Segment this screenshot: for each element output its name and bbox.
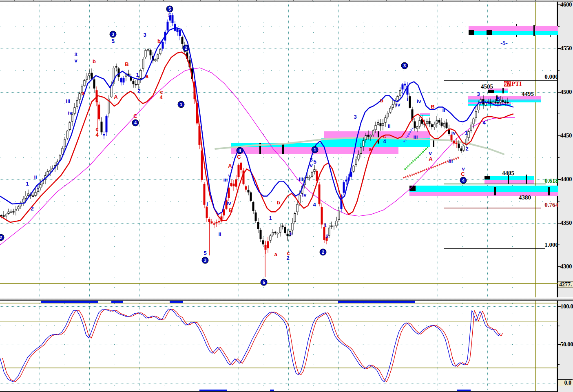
svg-text:1: 1 [314, 147, 316, 152]
svg-text:1.000: 1.000 [544, 241, 558, 248]
wave-label: 5 [313, 159, 316, 165]
wave-label: a [81, 90, 84, 96]
wave-label: 4 [159, 94, 163, 100]
wave-label: ii [290, 230, 292, 237]
svg-text:2: 2 [0, 235, 2, 240]
wave-label: C [461, 171, 465, 177]
wave-label: 4 [313, 202, 316, 208]
wave-label: 4 [482, 120, 486, 126]
wave-label: 2 [137, 88, 140, 94]
svg-text:3: 3 [204, 258, 206, 263]
svg-text:4495: 4495 [522, 91, 534, 97]
wave-label: 1 [136, 72, 139, 78]
wave-label: 1 [269, 215, 272, 221]
wave-label: iv [451, 130, 456, 136]
wave-label: 2 [286, 255, 289, 261]
svg-text:2: 2 [185, 46, 187, 51]
wave-label: a [369, 146, 372, 152]
chart-window: 4600455045004450440043504300100.050.00 4… [0, 0, 573, 392]
svg-text:0.000: 0.000 [544, 73, 558, 80]
wave-label: 3 [310, 157, 312, 163]
wave-label: ii [218, 231, 221, 237]
wave-label: c [95, 126, 98, 132]
wave-label: iii [223, 177, 228, 183]
wave-label: B [431, 104, 434, 110]
circled-wave-label: 4 [237, 147, 243, 154]
circled-wave-label: 3 [202, 257, 208, 264]
wave-label: ii [387, 123, 390, 129]
wave-label: 1 [324, 222, 327, 228]
panel-splitter[interactable] [0, 297, 573, 301]
wave-label: b [380, 97, 383, 104]
wave-label: 2 [465, 146, 468, 152]
svg-text:67: 67 [504, 80, 511, 87]
wave-label: 5 [497, 96, 500, 102]
wave-label: ii [34, 174, 37, 180]
circled-wave-label: 2 [320, 249, 326, 255]
ma-red-line [0, 52, 513, 222]
wave-label: 3 [143, 32, 146, 38]
wave-label: v [74, 58, 77, 64]
wave-label: A [429, 156, 433, 162]
pti-badge: 67PTI [504, 80, 522, 87]
wave-label: b [157, 38, 161, 44]
wave-label: v [310, 162, 313, 168]
circled-wave-label: 1 [312, 146, 318, 153]
svg-text:0.618: 0.618 [544, 177, 558, 184]
wave-label: i [206, 201, 208, 207]
wave-label: A [114, 94, 118, 100]
circled-wave-label: 3 [110, 31, 116, 38]
wave-label: iv [396, 102, 401, 108]
svg-text:0.764: 0.764 [544, 202, 558, 208]
wave-label: iii [414, 134, 418, 140]
circled-wave-label: 2 [183, 45, 189, 51]
wave-label: iv [68, 110, 73, 116]
wave-label: iii [449, 158, 453, 164]
wave-label: 2 [31, 206, 33, 212]
wave-label: 4 [95, 132, 99, 138]
svg-text:2: 2 [322, 250, 324, 255]
wave-label: v [429, 150, 432, 156]
wave-label: ii [442, 107, 445, 113]
top-axis [0, 0, 573, 2]
wave-label: iv [227, 200, 232, 206]
circled-wave-label: 1 [178, 101, 184, 108]
wave-label: i [407, 96, 408, 102]
wave-label: iv [302, 192, 307, 198]
wave-label: 1 [465, 130, 467, 136]
circled-wave-label: 3 [401, 62, 408, 69]
wave-label: A [228, 163, 232, 169]
wave-label: iii [299, 176, 303, 182]
svg-text:4505: 4505 [481, 83, 493, 90]
svg-text:4405: 4405 [502, 170, 514, 176]
svg-text:5: 5 [168, 7, 171, 11]
oscillator-lines [0, 309, 502, 382]
axis-ticks [558, 4, 561, 365]
circled-wave-label: 5 [261, 279, 267, 286]
wave-label: 5 [168, 12, 171, 18]
circled-wave-label: 5 [166, 6, 173, 12]
wave-label: i [37, 184, 39, 190]
svg-text:4: 4 [239, 148, 241, 153]
wave-label: b [277, 199, 280, 206]
svg-text:1: 1 [180, 102, 182, 107]
wave-label: 3 [477, 91, 480, 97]
wave-label: v [228, 173, 231, 179]
wave-label: 5 [204, 250, 206, 256]
circled-wave-label: 2 [0, 234, 4, 241]
svg-text:3: 3 [403, 63, 406, 68]
svg-text:4: 4 [462, 178, 465, 183]
wave-label: 3 [74, 51, 77, 58]
svg-text:5: 5 [263, 280, 265, 285]
wave-label: B [229, 207, 232, 213]
svg-text:4: 4 [134, 120, 137, 125]
circled-wave-label: 4 [460, 177, 467, 184]
wave-label: a [274, 251, 277, 257]
wave-label: iii [66, 98, 71, 104]
chart-canvas[interactable]: .wave{font:bold 13px "Liberation Sans",s… [0, 0, 573, 392]
wave-label: B [125, 61, 128, 67]
wave-label: C [237, 154, 241, 160]
svg-text:3: 3 [112, 32, 114, 37]
wave-label: 2 [325, 233, 328, 239]
wave-label: a [145, 73, 148, 79]
